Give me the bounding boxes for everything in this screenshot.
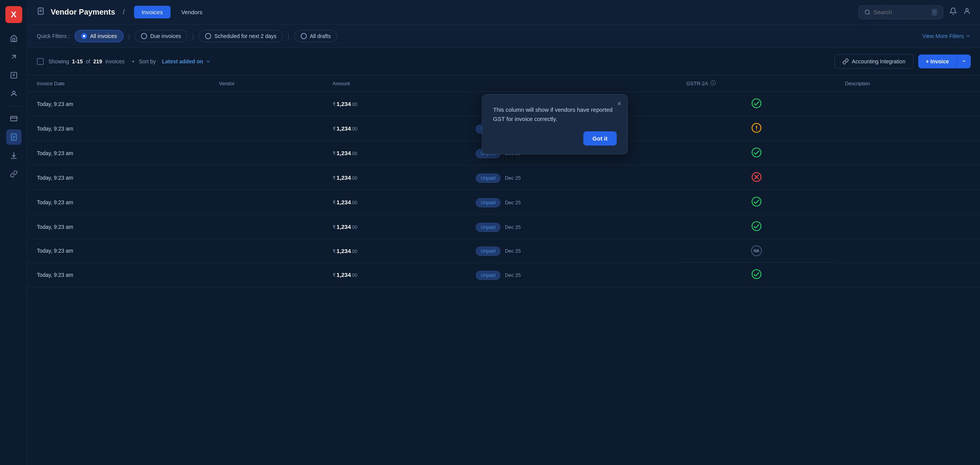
filter-due-invoices[interactable]: Due invoices: [134, 30, 187, 42]
cell-amount: ₹1,234.00: [323, 190, 467, 215]
accounting-btn-label: Accounting Integration: [852, 58, 905, 65]
sort-button[interactable]: Sort by Latest added on: [139, 58, 211, 65]
svg-point-18: [752, 99, 761, 108]
sidebar: X: [0, 0, 28, 465]
view-more-filters[interactable]: View More Filters: [922, 33, 971, 39]
filter-scheduled-label: Scheduled for next 2 days: [214, 33, 276, 39]
total-count: 219: [93, 58, 102, 65]
cell-description: [836, 190, 980, 215]
select-all-checkbox[interactable]: [37, 58, 44, 65]
cell-vendor: [210, 263, 323, 287]
page-title: Vendor Payments: [51, 8, 115, 17]
cell-date: Today, 9:23 am: [28, 263, 210, 287]
sort-chevron-icon: [205, 59, 211, 64]
kbd-slash: /: [932, 9, 937, 16]
tooltip-close-button[interactable]: ×: [617, 100, 621, 108]
filter-all-invoices[interactable]: All invoices: [74, 30, 124, 42]
sidebar-item-card[interactable]: [6, 111, 22, 126]
tab-invoices[interactable]: Invoices: [134, 6, 171, 18]
gstr-warn-icon: [751, 122, 762, 133]
sidebar-item-download[interactable]: [6, 148, 22, 163]
cell-description: [836, 141, 980, 165]
cell-vendor: [210, 165, 323, 190]
search-box[interactable]: /: [859, 5, 943, 19]
cell-vendor: [210, 116, 323, 141]
link-icon: [843, 58, 849, 65]
view-more-label: View More Filters: [922, 33, 964, 39]
cell-gstr: [677, 116, 836, 141]
filter-all-invoices-label: All invoices: [90, 33, 117, 39]
search-input[interactable]: [874, 9, 929, 15]
title-separator: /: [123, 8, 125, 16]
tooltip-text: This column will show if vendors have re…: [493, 105, 617, 124]
showing-prefix: Showing: [48, 58, 69, 65]
cell-date: Today, 9:23 am: [28, 92, 210, 116]
gstr2a-info-icon[interactable]: ⓘ: [710, 80, 716, 87]
accounting-integration-button[interactable]: Accounting Integration: [834, 54, 913, 69]
notification-icon[interactable]: [949, 7, 957, 17]
cell-gstr: [677, 165, 836, 190]
sort-value: Latest added on: [162, 58, 203, 65]
svg-point-15: [865, 10, 869, 14]
app-logo[interactable]: X: [5, 6, 22, 23]
sidebar-item-documents[interactable]: [6, 68, 22, 83]
cell-description: [836, 215, 980, 239]
gstr-check-icon: [751, 147, 762, 158]
gstr-na-icon: NA: [751, 245, 762, 256]
filter-all-drafts[interactable]: All drafts: [294, 30, 337, 42]
showing-range: 1-15: [72, 58, 83, 65]
cell-description: [836, 165, 980, 190]
table-row[interactable]: Today, 9:23 am₹1,234.00Unpaid Dec 25: [28, 215, 980, 239]
table-row[interactable]: Today, 9:23 am₹1,234.00Unpaid Dec 25NA: [28, 239, 980, 263]
sidebar-item-user[interactable]: [6, 86, 22, 101]
cell-vendor: [210, 215, 323, 239]
sidebar-item-home[interactable]: [6, 31, 22, 46]
cell-gstr: [677, 215, 836, 239]
svg-line-0: [12, 55, 15, 58]
cell-amount: ₹1,234.00: [323, 92, 467, 116]
cell-amount: ₹1,234.00: [323, 239, 467, 263]
svg-point-4: [12, 91, 15, 94]
table-toolbar: Showing 1-15 of 219 invoices • Sort by L…: [28, 48, 980, 75]
filter-drafts-label: All drafts: [310, 33, 331, 39]
sidebar-item-invoices-active[interactable]: [6, 129, 22, 145]
table-area: Showing 1-15 of 219 invoices • Sort by L…: [28, 48, 980, 465]
table-row[interactable]: Today, 9:23 am₹1,234.00Unpaid Dec 25: [28, 190, 980, 215]
svg-point-21: [756, 129, 757, 130]
cell-vendor: [210, 190, 323, 215]
col-amount: Amount: [323, 75, 467, 92]
filter-radio-scheduled: [205, 33, 211, 39]
topbar: Vendor Payments / Invoices Vendors /: [28, 0, 980, 25]
filter-radio-drafts: [301, 33, 307, 39]
gstr2a-label: GSTR-2A: [687, 81, 708, 86]
user-account-icon[interactable]: [963, 7, 971, 17]
filter-scheduled[interactable]: Scheduled for next 2 days: [199, 30, 283, 42]
svg-rect-5: [10, 116, 17, 121]
cell-gstr: NA: [677, 239, 836, 263]
toolbar-right: Accounting Integration + Invoice: [834, 54, 971, 69]
cell-date: Today, 9:23 am: [28, 190, 210, 215]
filter-pipe-2: |: [192, 32, 194, 40]
cell-gstr: [677, 92, 836, 116]
add-invoice-dropdown-button[interactable]: [957, 55, 971, 68]
got-it-button[interactable]: Got it: [583, 131, 617, 146]
gstr-check-icon: [751, 221, 762, 232]
tooltip-popup: × This column will show if vendors have …: [482, 94, 628, 154]
filter-pipe-3: |: [288, 32, 290, 40]
svg-point-27: [752, 222, 761, 230]
search-icon: [864, 9, 871, 15]
table-row[interactable]: Today, 9:23 am₹1,234.00Unpaid Dec 25: [28, 165, 980, 190]
table-row[interactable]: Today, 9:23 am₹1,234.00Unpaid Dec 25: [28, 263, 980, 287]
topbar-right: /: [859, 5, 971, 19]
cell-status: Unpaid Dec 25: [467, 239, 677, 263]
cell-gstr: [677, 190, 836, 215]
sidebar-item-expand[interactable]: [6, 49, 22, 65]
cell-vendor: [210, 141, 323, 165]
col-status: [467, 75, 677, 92]
dropdown-chevron-icon: [962, 59, 966, 63]
filter-bar: Quick Filters : All invoices | Due invoi…: [28, 25, 980, 48]
tab-vendors[interactable]: Vendors: [174, 6, 210, 18]
sidebar-item-link[interactable]: [6, 166, 22, 182]
add-invoice-button[interactable]: + Invoice: [918, 55, 957, 68]
filter-due-label: Due invoices: [150, 33, 181, 39]
